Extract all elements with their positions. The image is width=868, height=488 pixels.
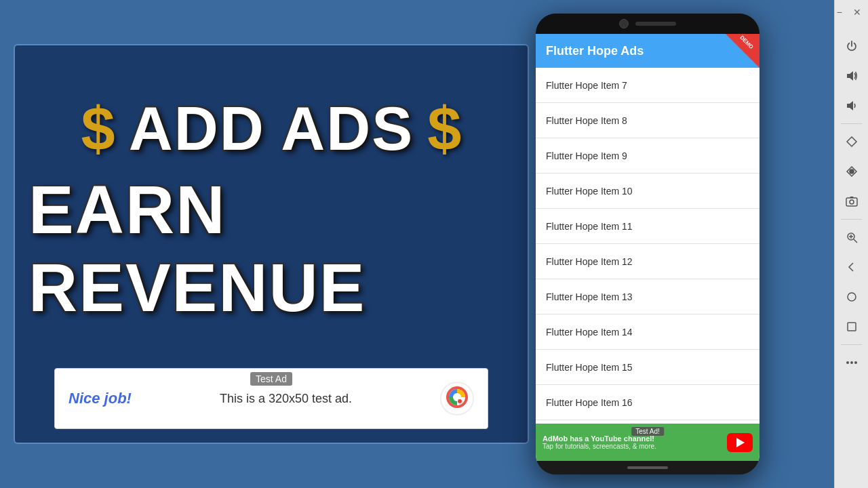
test-ad-label: Test Ad (250, 372, 292, 386)
list-item[interactable]: Flutter Hope Item 10 (536, 174, 760, 209)
svg-point-16 (846, 361, 849, 364)
svg-rect-15 (848, 323, 856, 331)
earn-revenue-text: EARN REVENUE (28, 171, 514, 327)
toolbar-divider-3 (841, 344, 862, 345)
content-box: $ ADD ADS $ EARN REVENUE Test Ad Nice jo… (14, 44, 529, 444)
camera-button[interactable] (840, 189, 864, 214)
svg-line-11 (854, 239, 857, 243)
diamond-outline-button[interactable] (840, 129, 864, 154)
volume-down-button[interactable] (840, 94, 864, 118)
phone-top-bar (536, 14, 760, 34)
list-item[interactable]: Flutter Hope Item 13 (536, 279, 760, 314)
list-item[interactable]: Flutter Hope Item 16 (536, 385, 760, 420)
app-header: Flutter Hope Ads DEMO (536, 34, 760, 68)
dollar-sign-right: $ (427, 94, 461, 164)
svg-point-2 (458, 399, 462, 403)
diamond-filled-button[interactable] (840, 159, 864, 184)
phone-bottom-bar (536, 461, 760, 474)
svg-marker-4 (847, 101, 853, 110)
headline-row1: $ ADD ADS $ (81, 94, 462, 164)
demo-badge-text: DEMO (738, 35, 754, 50)
phone-bottom-ad-subtitle: Tap for tutorials, screencasts, & more. (542, 443, 722, 450)
youtube-play-button[interactable] (727, 433, 753, 452)
nice-job-text: Nice job! (68, 390, 132, 407)
svg-point-14 (848, 293, 856, 301)
list-item[interactable]: Flutter Hope Item 15 (536, 350, 760, 385)
phone-screen: Flutter Hope Ads DEMO Flutter Hope Item … (536, 34, 760, 461)
phone-speaker (635, 22, 676, 26)
power-button[interactable] (840, 34, 864, 58)
right-toolbar: − ✕ (834, 0, 868, 488)
list-item[interactable]: Flutter Hope Item 11 (536, 209, 760, 244)
admob-logo (440, 382, 474, 415)
home-indicator (627, 466, 668, 469)
test-ad-description: This is a 320x50 test ad. (220, 392, 352, 406)
phone-camera-icon (619, 19, 629, 28)
svg-marker-3 (847, 71, 853, 81)
list-item[interactable]: Flutter Hope Item 7 (536, 68, 760, 103)
minimize-button[interactable]: − (835, 5, 844, 19)
toolbar-section (835, 34, 868, 375)
window-controls: − ✕ (835, 5, 863, 19)
phone-bottom-ad[interactable]: Test Ad! AdMob has a YouTube channel! Ta… (536, 424, 760, 461)
svg-marker-5 (847, 137, 856, 146)
demo-badge: DEMO (726, 34, 760, 68)
app-header-title: Flutter Hope Ads (546, 44, 644, 58)
home-button[interactable] (840, 285, 864, 309)
list-item[interactable]: Flutter Hope Item 9 (536, 138, 760, 174)
svg-rect-8 (846, 198, 857, 206)
zoom-button[interactable] (840, 225, 864, 249)
phone-container: Flutter Hope Ads DEMO Flutter Hope Item … (536, 14, 760, 474)
list-item[interactable]: Flutter Hope Item 12 (536, 244, 760, 279)
svg-point-7 (850, 169, 854, 174)
phone-bottom-ad-text: AdMob has a YouTube channel! Tap for tut… (542, 434, 722, 450)
recents-button[interactable] (840, 314, 864, 339)
svg-point-17 (850, 361, 853, 364)
toolbar-divider-1 (841, 123, 862, 124)
dollar-sign-left: $ (81, 94, 115, 164)
back-button[interactable] (840, 255, 864, 279)
left-panel: $ ADD ADS $ EARN REVENUE Test Ad Nice jo… (0, 0, 542, 488)
close-button[interactable]: ✕ (852, 5, 863, 19)
play-triangle-icon (736, 438, 745, 447)
add-ads-text: ADD ADS (129, 94, 414, 164)
test-ad-banner[interactable]: Test Ad Nice job! This is a 320x50 test … (54, 368, 488, 429)
phone-test-ad-overlay: Test Ad! (631, 427, 664, 436)
volume-up-button[interactable] (840, 64, 864, 88)
headline-area: $ ADD ADS $ EARN REVENUE (28, 59, 514, 361)
svg-point-9 (850, 200, 854, 204)
list-item[interactable]: Flutter Hope Item 14 (536, 314, 760, 350)
svg-point-18 (854, 361, 857, 364)
list-container[interactable]: Flutter Hope Item 7Flutter Hope Item 8Fl… (536, 68, 760, 424)
more-options-button[interactable] (840, 350, 864, 375)
toolbar-divider-2 (841, 219, 862, 220)
list-item[interactable]: Flutter Hope Item 8 (536, 103, 760, 138)
